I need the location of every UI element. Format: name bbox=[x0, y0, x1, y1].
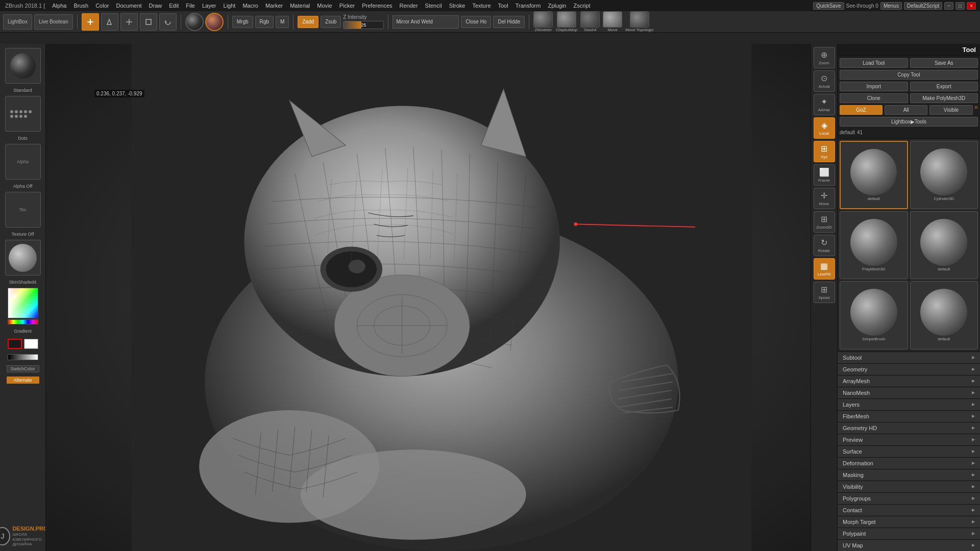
menu-item-texture[interactable]: Texture bbox=[469, 2, 494, 10]
menu-item-material[interactable]: Material bbox=[287, 2, 313, 10]
mirror-and-weld-dropdown[interactable]: Mirror And Weld bbox=[393, 15, 459, 29]
maximize-button[interactable]: □ bbox=[955, 2, 965, 10]
m-button[interactable]: M bbox=[276, 16, 289, 28]
bg-color-swatch[interactable] bbox=[24, 339, 38, 349]
save-as-button[interactable]: Save As bbox=[910, 58, 978, 68]
menu-item-movie[interactable]: Movie bbox=[314, 2, 335, 10]
tool-thumb-simplebrush[interactable]: SimpleBrush bbox=[840, 281, 908, 349]
zsub-button[interactable]: Zsub bbox=[321, 16, 341, 28]
alternate-button[interactable]: Alternate bbox=[7, 377, 39, 384]
material-sphere[interactable] bbox=[185, 13, 204, 31]
switch-color-button[interactable]: SwitchColor bbox=[7, 365, 39, 372]
section-preview[interactable]: Preview ▶ bbox=[838, 434, 980, 446]
draw-icon-btn[interactable] bbox=[101, 13, 118, 31]
side-icon-zoom3d[interactable]: ⊞Zoom3D bbox=[814, 211, 835, 233]
menu-item-stencil[interactable]: Stencil bbox=[422, 2, 445, 10]
make-polymesh3d-button[interactable]: Make PolyMesh3D bbox=[910, 93, 978, 103]
side-icon-actual[interactable]: ⊙Actual bbox=[814, 70, 835, 92]
all-button[interactable]: All bbox=[885, 105, 927, 115]
menu-item-edit[interactable]: Edit bbox=[166, 2, 182, 10]
menu-item-transform[interactable]: Transform bbox=[512, 2, 544, 10]
lightbox-button[interactable]: LightBox bbox=[3, 14, 32, 30]
side-icon-frame_icon[interactable]: ⬜Frame bbox=[814, 164, 835, 186]
r-label[interactable]: R bbox=[975, 105, 978, 115]
menu-item-file[interactable]: File bbox=[183, 2, 198, 10]
fg-color-swatch[interactable] bbox=[8, 339, 22, 349]
goz-button[interactable]: GoZ bbox=[840, 105, 883, 115]
section-polygroups[interactable]: Polygroups ▶ bbox=[838, 493, 980, 505]
claybuildup-btn[interactable]: Claybuildup bbox=[556, 11, 577, 32]
menu-item-marker[interactable]: Marker bbox=[262, 2, 286, 10]
close-ho-button[interactable]: Close Ho bbox=[461, 16, 491, 28]
alpha-preview[interactable]: Alpha bbox=[5, 144, 41, 180]
section-deformation[interactable]: Deformation ▶ bbox=[838, 458, 980, 469]
tool-thumb-default[interactable]: default bbox=[840, 141, 908, 209]
texture-preview[interactable]: Tex bbox=[5, 192, 41, 228]
section-masking[interactable]: Masking ▶ bbox=[838, 469, 980, 481]
zmodeler-btn[interactable]: ZModeler bbox=[533, 11, 553, 32]
load-tool-button[interactable]: Load Tool bbox=[840, 58, 908, 68]
tool-thumb-polymesh3d[interactable]: PolyMesh3D bbox=[840, 211, 908, 280]
side-icon-aahar[interactable]: ✦AAHar bbox=[814, 94, 835, 115]
z-intensity-slider[interactable]: 25 bbox=[343, 21, 384, 29]
color-picker[interactable] bbox=[8, 288, 38, 324]
move-btn[interactable] bbox=[120, 13, 138, 31]
hue-bar[interactable] bbox=[8, 319, 38, 324]
lightbox-tools-button[interactable]: Lightbox▶Tools bbox=[840, 117, 978, 127]
import-button[interactable]: Import bbox=[840, 82, 908, 91]
menu-item-brush[interactable]: Brush bbox=[70, 2, 91, 10]
zadd-button[interactable]: Zadd bbox=[298, 16, 318, 28]
side-icon-xyz[interactable]: ⊞Xyz bbox=[814, 141, 835, 162]
del-hidde-button[interactable]: Del Hidde bbox=[493, 16, 525, 28]
move-topologic-btn[interactable]: Move Topologic bbox=[625, 11, 653, 32]
section-contact[interactable]: Contact ▶ bbox=[838, 505, 980, 516]
color-gradient[interactable] bbox=[8, 288, 38, 318]
section-geometry_hd[interactable]: Geometry HD ▶ bbox=[838, 422, 980, 434]
mrgb-button[interactable]: Mrgb bbox=[232, 16, 253, 28]
menu-item-document[interactable]: Document bbox=[113, 2, 144, 10]
section-arraymesh[interactable]: ArrayMesh ▶ bbox=[838, 375, 980, 387]
menu-item-picker[interactable]: Picker bbox=[336, 2, 358, 10]
menu-item-zplugin[interactable]: Zplugin bbox=[545, 2, 569, 10]
tool-thumb-default2[interactable]: default bbox=[910, 211, 978, 280]
menus-button[interactable]: Menus bbox=[880, 2, 902, 10]
menu-item-stroke[interactable]: Stroke bbox=[446, 2, 469, 10]
menu-item-render[interactable]: Render bbox=[397, 2, 421, 10]
section-layers[interactable]: Layers ▶ bbox=[838, 399, 980, 411]
section-visibility[interactable]: Visibility ▶ bbox=[838, 481, 980, 493]
menu-item-zscript[interactable]: Zscript bbox=[570, 2, 593, 10]
menu-item-tool[interactable]: Tool bbox=[495, 2, 511, 10]
side-icon-xpose[interactable]: ⊞Xpose bbox=[814, 282, 835, 303]
menu-item-color[interactable]: Color bbox=[92, 2, 112, 10]
copy-tool-button[interactable]: Copy Tool bbox=[840, 70, 978, 80]
clone-button[interactable]: Clone bbox=[840, 93, 908, 103]
section-subtool[interactable]: Subtool ▶ bbox=[838, 352, 980, 364]
menu-item-light[interactable]: Light bbox=[220, 2, 239, 10]
export-button[interactable]: Export bbox=[910, 82, 978, 91]
section-morph_target[interactable]: Morph Target ▶ bbox=[838, 516, 980, 528]
slash4-btn[interactable]: Slash4 bbox=[580, 11, 600, 32]
section-polypaint[interactable]: Polypaint ▶ bbox=[838, 528, 980, 540]
main-canvas[interactable]: 0.236, 0.237, -0.929 bbox=[46, 44, 837, 551]
material-preview[interactable] bbox=[5, 240, 41, 276]
side-icon-line_fill[interactable]: ▦LineFill bbox=[814, 258, 835, 280]
menu-item-alpha[interactable]: Alpha bbox=[49, 2, 69, 10]
stroke-preview[interactable] bbox=[5, 96, 41, 132]
section-uv_map[interactable]: UV Map ▶ bbox=[838, 540, 980, 552]
side-icon-rotate[interactable]: ↻Rotate bbox=[814, 235, 835, 256]
close-button[interactable]: × bbox=[967, 2, 976, 10]
menu-item-draw[interactable]: Draw bbox=[146, 2, 165, 10]
quicksave-button[interactable]: QuickSave bbox=[813, 2, 844, 10]
default-script-button[interactable]: DefaultZScript bbox=[904, 2, 942, 10]
section-nanomesh[interactable]: NanoMesh ▶ bbox=[838, 387, 980, 399]
minimize-button[interactable]: − bbox=[944, 2, 953, 10]
menu-item-macro[interactable]: Macro bbox=[239, 2, 261, 10]
side-icon-zoom[interactable]: ⊕Zoom bbox=[814, 47, 835, 68]
menu-item-layer[interactable]: Layer bbox=[199, 2, 219, 10]
section-fibermesh[interactable]: FiberMesh ▶ bbox=[838, 411, 980, 422]
live-boolean-button[interactable]: Live Boolean bbox=[34, 14, 73, 30]
brush-preview[interactable] bbox=[5, 48, 41, 84]
menu-item-preferences[interactable]: Preferences bbox=[359, 2, 395, 10]
section-surface[interactable]: Surface ▶ bbox=[838, 446, 980, 458]
side-icon-move_icon[interactable]: ✛Move bbox=[814, 188, 835, 209]
